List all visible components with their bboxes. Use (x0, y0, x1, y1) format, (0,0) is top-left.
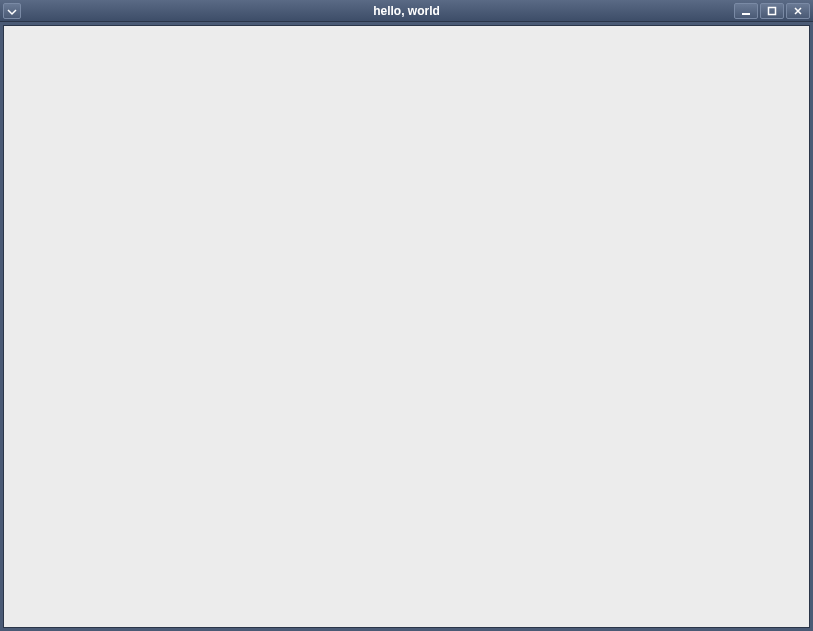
titlebar[interactable]: hello, world (0, 0, 813, 22)
maximize-icon (767, 2, 777, 20)
maximize-button[interactable] (760, 3, 784, 19)
minimize-icon (741, 2, 751, 20)
system-menu-button[interactable] (3, 3, 21, 19)
svg-rect-1 (769, 7, 776, 14)
close-icon (793, 2, 803, 20)
chevron-down-icon (7, 2, 17, 20)
content-area (3, 25, 810, 628)
application-window: hello, world (0, 0, 813, 631)
svg-rect-0 (742, 13, 750, 15)
close-button[interactable] (786, 3, 810, 19)
window-controls (734, 3, 810, 19)
minimize-button[interactable] (734, 3, 758, 19)
window-title: hello, world (373, 4, 440, 18)
window-body (0, 22, 813, 631)
